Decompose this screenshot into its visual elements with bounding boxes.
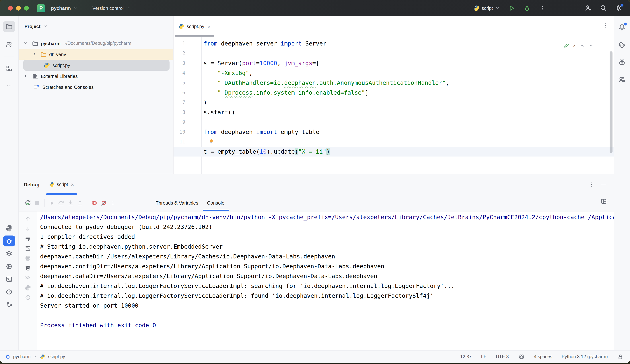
problems-toolwindow-button[interactable] bbox=[3, 286, 15, 297]
step-over-button[interactable] bbox=[56, 198, 66, 208]
code-line-6[interactable]: "-Dprocess.info.system-info.enabled=fals… bbox=[204, 88, 614, 98]
rerun-button[interactable] bbox=[23, 198, 32, 208]
community-chat-button[interactable] bbox=[616, 74, 628, 85]
code-content[interactable]: from deephaven_server import Servers = S… bbox=[202, 37, 614, 174]
search-everywhere-button[interactable] bbox=[600, 4, 608, 12]
view-breakpoints-button[interactable] bbox=[89, 198, 99, 208]
python-file-icon bbox=[178, 23, 184, 29]
editor-tab-script-py[interactable]: script.py × bbox=[175, 16, 214, 37]
chevron-down-icon[interactable] bbox=[43, 24, 48, 29]
layout-settings-button[interactable] bbox=[600, 198, 607, 204]
prev-problem-button[interactable] bbox=[579, 43, 585, 48]
close-window-button[interactable] bbox=[8, 6, 13, 10]
indent-style[interactable]: 4 spaces bbox=[534, 354, 552, 359]
more-actions-button[interactable] bbox=[538, 4, 546, 12]
intention-bulb-icon[interactable] bbox=[208, 137, 214, 147]
run-toolwindow-button[interactable] bbox=[3, 261, 15, 272]
settings-button[interactable] bbox=[615, 4, 623, 12]
version-control-toolwindow-button[interactable] bbox=[3, 299, 15, 310]
learn-toolwindow-button[interactable] bbox=[3, 39, 15, 49]
mute-breakpoints-button[interactable] bbox=[99, 198, 108, 208]
tree-row-script-py[interactable]: script.py bbox=[23, 60, 170, 71]
minimize-window-button[interactable] bbox=[16, 6, 21, 10]
code-line-5[interactable]: "-DAuthHandlers=io.deephaven.auth.Anonym… bbox=[204, 78, 614, 88]
debug-session-tab[interactable]: script × bbox=[46, 174, 77, 195]
terminal-toolwindow-button[interactable] bbox=[3, 274, 15, 285]
project-toolwindow-button[interactable] bbox=[3, 21, 15, 32]
status-bar: pycharm script.py 12:37 LF UTF-8 4 space… bbox=[0, 350, 630, 363]
cursor-position[interactable]: 12:37 bbox=[460, 354, 472, 359]
breadcrumb-project[interactable]: pycharm bbox=[13, 354, 30, 359]
code-line-2[interactable] bbox=[204, 48, 614, 58]
console-output[interactable]: /Users/alexpeters/Documents/Debug/pip/py… bbox=[37, 211, 614, 350]
code-line-4[interactable]: "-Xmx16g", bbox=[204, 68, 614, 78]
chevron-right-icon[interactable] bbox=[23, 74, 28, 79]
close-tab-icon[interactable]: × bbox=[208, 24, 210, 29]
tree-row-external-libraries[interactable]: External Libraries bbox=[18, 71, 173, 82]
code-editor[interactable]: 123456789101112 from deephaven_server im… bbox=[174, 37, 614, 174]
hide-toolwindow-button[interactable]: — bbox=[601, 181, 606, 187]
editor-scrollbar[interactable] bbox=[610, 51, 612, 153]
tree-row-scratches[interactable]: Scratches and Consoles bbox=[18, 82, 173, 92]
structure-toolwindow-button[interactable] bbox=[3, 63, 15, 74]
ai-assistant-button[interactable] bbox=[616, 39, 628, 50]
line-separator[interactable]: LF bbox=[481, 354, 486, 359]
history-button[interactable] bbox=[24, 293, 32, 301]
run-configuration-selector[interactable]: script bbox=[473, 5, 500, 11]
lock-icon[interactable] bbox=[617, 354, 624, 360]
project-tree: pycharm ~/Documents/Debug/pip/pycharm dh… bbox=[18, 36, 173, 92]
stop-button[interactable] bbox=[32, 198, 42, 208]
more-toolwindows-button[interactable] bbox=[3, 80, 15, 91]
python-console-toolwindow-button[interactable] bbox=[3, 223, 15, 234]
debug-button[interactable] bbox=[523, 4, 531, 12]
code-line-7[interactable]: ) bbox=[204, 98, 614, 107]
code-line-11[interactable] bbox=[204, 137, 614, 147]
debug-toolbar: Threads & Variables Console bbox=[18, 195, 614, 211]
print-button[interactable] bbox=[24, 254, 32, 262]
editor-options-button[interactable] bbox=[603, 22, 608, 28]
attach-python-console-button[interactable] bbox=[24, 284, 32, 292]
run-button[interactable] bbox=[508, 4, 516, 12]
debug-toolwindow-button[interactable] bbox=[3, 235, 15, 246]
notifications-button[interactable] bbox=[616, 22, 628, 33]
breadcrumb-file[interactable]: script.py bbox=[48, 354, 65, 359]
tree-row-dh-venv[interactable]: dh-venv bbox=[18, 49, 173, 60]
next-problem-button[interactable] bbox=[588, 43, 594, 48]
services-toolwindow-button[interactable] bbox=[3, 248, 15, 259]
coding-agent-button[interactable] bbox=[616, 57, 628, 68]
more-debug-actions-button[interactable] bbox=[108, 198, 118, 208]
vcs-menu-button[interactable]: Version control bbox=[92, 5, 130, 11]
chevron-down-icon[interactable] bbox=[23, 41, 28, 46]
project-menu-button[interactable]: pycharm bbox=[51, 5, 78, 11]
tab-console[interactable]: Console bbox=[203, 195, 229, 211]
debug-options-button[interactable] bbox=[588, 182, 594, 187]
resume-button[interactable] bbox=[47, 198, 56, 208]
code-line-12[interactable]: t = empty_table(10).update("X = ii") bbox=[174, 147, 614, 157]
python-interpreter[interactable]: Python 3.12 (pycharm) bbox=[562, 354, 608, 359]
up-stack-trace-button[interactable] bbox=[24, 215, 32, 223]
ai-status-icon[interactable] bbox=[518, 354, 524, 360]
soft-wrap-button[interactable] bbox=[24, 234, 32, 242]
code-line-1[interactable]: from deephaven_server import Server bbox=[204, 39, 614, 48]
console-prompt-button[interactable] bbox=[24, 274, 32, 282]
code-line-9[interactable] bbox=[204, 117, 614, 127]
inspections-widget[interactable]: 2 bbox=[563, 41, 594, 51]
step-into-button[interactable] bbox=[66, 198, 75, 208]
code-line-8[interactable]: s.start() bbox=[204, 107, 614, 117]
chevron-right-icon[interactable] bbox=[32, 52, 37, 57]
code-with-me-button[interactable] bbox=[584, 4, 592, 12]
code-line-10[interactable]: from deephaven import empty_table bbox=[204, 127, 614, 137]
step-out-button[interactable] bbox=[75, 198, 84, 208]
down-stack-trace-button[interactable] bbox=[24, 225, 32, 233]
inspections-ok-icon bbox=[563, 43, 569, 49]
code-line-3[interactable]: s = Server(port=10000, jvm_args=[ bbox=[204, 58, 614, 68]
tree-row-project-root[interactable]: pycharm ~/Documents/Debug/pip/pycharm bbox=[18, 38, 173, 49]
zoom-window-button[interactable] bbox=[24, 6, 29, 10]
close-tab-icon[interactable]: × bbox=[71, 182, 74, 187]
scroll-to-end-button[interactable] bbox=[24, 244, 32, 252]
tab-threads-variables[interactable]: Threads & Variables bbox=[151, 195, 203, 211]
file-encoding[interactable]: UTF-8 bbox=[496, 354, 509, 359]
clear-console-button[interactable] bbox=[24, 264, 32, 272]
console-line: 1 compiler directives added bbox=[40, 232, 614, 242]
title-bar: P pycharm Version control script bbox=[0, 0, 630, 16]
